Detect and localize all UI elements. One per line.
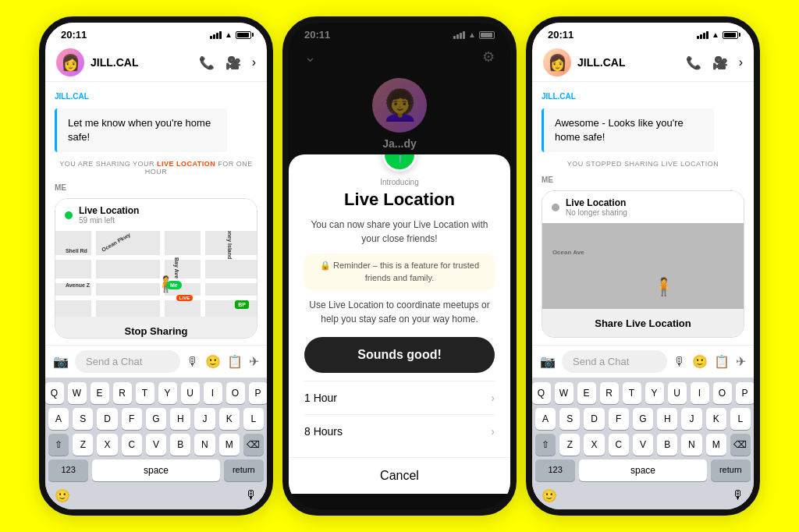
key-q[interactable]: Q [45,382,64,404]
chat-header-left: 👩 JILL.CAL 📞 🎥 › [45,44,267,82]
key-r[interactable]: R [113,382,132,404]
key-u-r[interactable]: U [668,382,687,404]
chat-input-left[interactable]: Send a Chat [75,350,180,373]
key-m-r[interactable]: M [706,434,726,456]
key-l[interactable]: L [243,408,264,430]
key-k-r[interactable]: K [706,408,726,430]
key-i-r[interactable]: I [691,382,709,404]
key-n[interactable]: N [194,434,215,456]
send-icon-left[interactable]: ✈ [249,354,259,369]
cancel-button[interactable]: Cancel [289,457,510,494]
more-icon-right[interactable]: › [739,55,743,69]
key-h-r[interactable]: H [657,408,677,430]
key-e-r[interactable]: E [577,382,596,404]
key-y[interactable]: Y [158,382,177,404]
key-x[interactable]: X [97,434,117,456]
key-return[interactable]: return [224,459,264,481]
status-bar-left: 20:11 ▲ [45,23,267,44]
modal-reminder: Reminder – this is a feature for trusted… [304,254,495,290]
live-location-card-left: Live Location 59 min left Shell Rd Ocean… [55,198,257,339]
key-m[interactable]: M [219,434,240,456]
mic-keyboard-icon[interactable]: 🎙 [245,488,257,503]
more-icon-left[interactable]: › [252,55,256,69]
sticker-icon-right[interactable]: 📋 [714,354,730,369]
key-w-r[interactable]: W [555,382,574,404]
key-t[interactable]: T [136,382,154,404]
key-j[interactable]: J [194,408,215,430]
sticker-icon-left[interactable]: 📋 [227,354,243,369]
key-g-r[interactable]: G [633,408,653,430]
key-backspace-r[interactable]: ⌫ [730,434,751,456]
key-o[interactable]: O [226,382,245,404]
key-p[interactable]: P [249,382,268,404]
key-f-r[interactable]: F [609,408,629,430]
key-p-r[interactable]: P [736,382,755,404]
key-w[interactable]: W [68,382,87,404]
key-space-r[interactable]: space [579,459,706,481]
mic-icon-left[interactable]: 🎙 [186,355,199,369]
key-b-r[interactable]: B [657,434,677,456]
key-u[interactable]: U [181,382,200,404]
key-return-r[interactable]: return [711,459,751,481]
key-a-r[interactable]: A [535,408,556,430]
key-v-r[interactable]: V [633,434,653,456]
key-z-r[interactable]: Z [559,434,580,456]
key-r-r[interactable]: R [600,382,619,404]
key-f[interactable]: F [122,408,142,430]
emoji-keyboard-icon-r[interactable]: 🙂 [542,488,557,503]
key-c[interactable]: C [122,434,142,456]
road-label-5: Coney Island [227,231,233,259]
key-y-r[interactable]: Y [645,382,664,404]
key-b[interactable]: B [170,434,190,456]
key-i[interactable]: I [204,382,222,404]
key-q-r[interactable]: Q [532,382,551,404]
key-o-r[interactable]: O [713,382,732,404]
mic-keyboard-icon-r[interactable]: 🎙 [732,488,744,503]
key-s[interactable]: S [73,408,93,430]
share-live-button[interactable]: Share Live Location [542,309,744,337]
mic-icon-right[interactable]: 🎙 [673,355,686,369]
sounds-good-button[interactable]: Sounds good! [304,337,495,373]
key-e[interactable]: E [91,382,109,404]
key-z[interactable]: Z [73,434,93,456]
modal-content: Introducing Live Location You can now sh… [289,178,510,457]
camera-icon-right[interactable]: 📷 [540,354,556,369]
key-123-r[interactable]: 123 [535,459,575,481]
modal-desc2: Use Live Location to coordinate meetups … [304,298,495,326]
key-a[interactable]: A [48,408,69,430]
emoji-keyboard-icon[interactable]: 🙂 [55,488,70,503]
key-g[interactable]: G [146,408,166,430]
key-d-r[interactable]: D [584,408,604,430]
emoji-icon-left[interactable]: 🙂 [205,354,221,369]
sharing-notice-left: YOU ARE SHARING YOUR LIVE LOCATION FOR O… [55,158,257,177]
key-c-r[interactable]: C [609,434,629,456]
video-icon-right[interactable]: 🎥 [712,55,728,70]
key-s-r[interactable]: S [559,408,580,430]
camera-icon-left[interactable]: 📷 [53,354,69,369]
stop-sharing-button[interactable]: Stop Sharing [55,317,257,339]
duration-1-hour[interactable]: 1 Hour › [304,381,495,414]
chat-input-right[interactable]: Send a Chat [562,350,667,373]
key-n-r[interactable]: N [681,434,701,456]
key-space[interactable]: space [92,459,219,481]
key-d[interactable]: D [97,408,117,430]
emoji-icon-right[interactable]: 🙂 [692,354,708,369]
me-label-left: ME [55,183,257,192]
key-shift[interactable]: ⇧ [48,434,69,456]
key-123[interactable]: 123 [48,459,88,481]
key-v[interactable]: V [146,434,166,456]
location-card-header-right: Live Location No longer sharing [542,191,744,223]
video-icon-left[interactable]: 🎥 [225,55,241,70]
key-k[interactable]: K [219,408,240,430]
phone-icon-left[interactable]: 📞 [199,55,215,70]
key-x-r[interactable]: X [584,434,604,456]
phone-icon-right[interactable]: 📞 [686,55,701,70]
send-icon-right[interactable]: ✈ [736,354,746,369]
duration-8-hours[interactable]: 8 Hours › [304,414,495,448]
key-shift-r[interactable]: ⇧ [535,434,556,456]
key-backspace[interactable]: ⌫ [243,434,264,456]
key-h[interactable]: H [170,408,190,430]
key-j-r[interactable]: J [681,408,701,430]
key-l-r[interactable]: L [730,408,751,430]
key-t-r[interactable]: T [623,382,641,404]
